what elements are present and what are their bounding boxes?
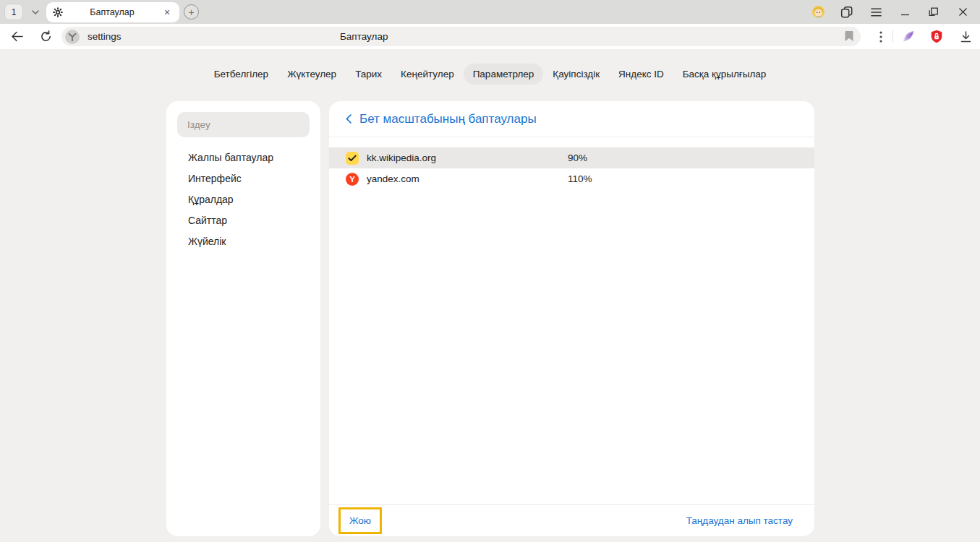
tab-bookmarks[interactable]: Бетбелгілер bbox=[205, 64, 278, 85]
tab-other-devices[interactable]: Басқа құрылғылар bbox=[673, 64, 776, 85]
shield-lock-icon[interactable] bbox=[922, 24, 951, 49]
browser-toolbar: settings Баптаулар bbox=[0, 24, 980, 49]
back-header[interactable]: Бет масштабының баптаулары bbox=[329, 101, 814, 137]
bookmark-icon[interactable] bbox=[845, 30, 853, 42]
tab-history[interactable]: Тарих bbox=[346, 64, 391, 85]
zoom-value: 90% bbox=[568, 152, 587, 163]
address-bar-page-title: Баптаулар bbox=[340, 27, 388, 46]
site-zoom-list: kk.wikipedia.org 90% Y yandex.com 110% bbox=[329, 147, 814, 189]
feather-icon[interactable] bbox=[893, 24, 922, 49]
browser-tab-settings[interactable]: Баптаулар × bbox=[46, 2, 179, 22]
sidebar-item-tools[interactable]: Құралдар bbox=[166, 189, 320, 210]
zoom-value: 110% bbox=[568, 173, 592, 184]
menu-icon[interactable] bbox=[861, 0, 890, 24]
tab-count-label: 1 bbox=[12, 7, 17, 17]
delete-button[interactable]: Жою bbox=[349, 515, 371, 526]
page-title: Бет масштабының баптаулары bbox=[359, 112, 537, 126]
url-text: settings bbox=[88, 31, 122, 42]
sidebar-item-sites[interactable]: Сайттар bbox=[166, 210, 320, 231]
chevron-down-icon[interactable] bbox=[27, 7, 43, 18]
panel-spacer bbox=[329, 189, 814, 504]
sidebar-item-system[interactable]: Жүйелік bbox=[166, 231, 320, 251]
search-input[interactable] bbox=[177, 112, 310, 137]
chevron-left-icon bbox=[346, 114, 351, 124]
download-icon[interactable] bbox=[951, 24, 980, 49]
checkbox-checked-icon[interactable] bbox=[346, 152, 359, 165]
settings-sidebar: Жалпы баптаулар Интерфейс Құралдар Сайтт… bbox=[166, 101, 320, 536]
new-tab-button[interactable]: + bbox=[184, 4, 199, 20]
avatar[interactable] bbox=[804, 0, 832, 24]
sidebar-item-interface[interactable]: Интерфейс bbox=[166, 168, 320, 189]
reload-icon[interactable] bbox=[35, 26, 56, 47]
minimize-icon[interactable] bbox=[890, 0, 919, 24]
tab-count-button[interactable]: 1 bbox=[4, 4, 23, 20]
delete-button-highlight: Жою bbox=[338, 507, 382, 534]
back-icon[interactable] bbox=[6, 26, 27, 47]
page-zoom-settings-panel: Бет масштабының баптаулары kk.wikipedia.… bbox=[329, 101, 814, 536]
close-icon[interactable] bbox=[948, 0, 977, 24]
tab-yandex-id[interactable]: Яндекс ID bbox=[609, 64, 673, 85]
maximize-icon[interactable] bbox=[919, 0, 948, 24]
tab-title: Баптаулар bbox=[63, 7, 161, 17]
deselect-link[interactable]: Таңдаудан алып тастау bbox=[686, 515, 793, 526]
tab-settings[interactable]: Параметрлер bbox=[464, 64, 544, 85]
site-badge-icon bbox=[65, 30, 80, 44]
tab-extensions[interactable]: Кеңейтулер bbox=[391, 64, 464, 85]
kebab-icon[interactable] bbox=[869, 24, 892, 49]
table-row-yandex[interactable]: Y yandex.com 110% bbox=[329, 168, 814, 189]
sidebar-item-general[interactable]: Жалпы баптаулар bbox=[166, 147, 320, 168]
settings-nav-tabs: Бетбелгілер Жүктеулер Тарих Кеңейтулер П… bbox=[0, 64, 980, 85]
tabs-panel-icon[interactable] bbox=[832, 0, 861, 24]
tab-close-icon[interactable]: × bbox=[161, 7, 173, 18]
site-name: kk.wikipedia.org bbox=[367, 152, 436, 163]
address-bar[interactable]: settings Баптаулар bbox=[61, 27, 861, 46]
tab-downloads[interactable]: Жүктеулер bbox=[278, 64, 346, 85]
site-name: yandex.com bbox=[367, 173, 419, 184]
yandex-favicon-icon: Y bbox=[346, 173, 359, 186]
table-row-wikipedia[interactable]: kk.wikipedia.org 90% bbox=[329, 147, 814, 168]
panel-footer: Жою Таңдаудан алып тастау bbox=[329, 504, 814, 536]
tab-strip: 1 Баптаулар × + bbox=[0, 0, 980, 24]
tab-security[interactable]: Қауіпсіздік bbox=[543, 64, 609, 85]
gear-icon bbox=[53, 7, 63, 17]
